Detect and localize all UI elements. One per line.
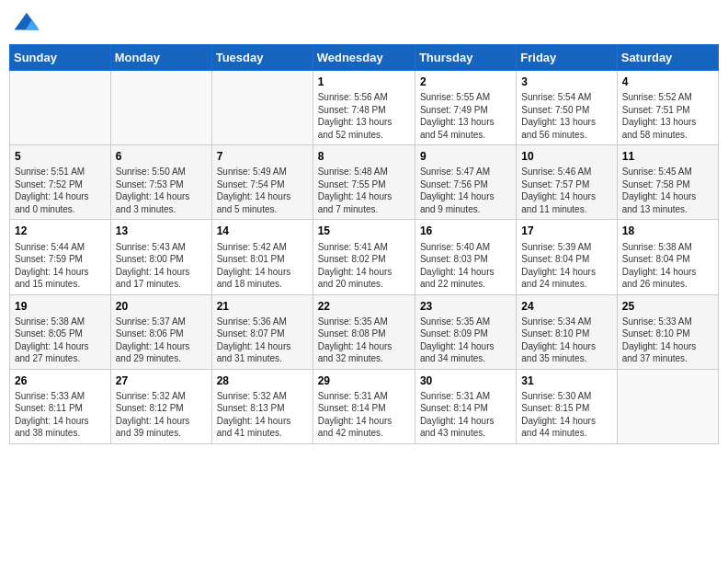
day-info-text: Daylight: 14 hours (15, 415, 106, 428)
calendar-day-cell: 1Sunrise: 5:56 AMSunset: 7:48 PMDaylight… (313, 71, 415, 145)
day-info-text: Sunset: 7:57 PM (521, 178, 611, 191)
day-info-text: Daylight: 14 hours (521, 415, 611, 428)
day-info-text: Daylight: 14 hours (217, 190, 308, 203)
weekday-header-monday: Monday (110, 45, 211, 71)
day-info-text: and 41 minutes. (217, 427, 308, 440)
day-info-text: Daylight: 14 hours (217, 340, 308, 353)
empty-day-cell (617, 369, 718, 443)
logo (13, 9, 44, 37)
day-number: 6 (116, 149, 207, 164)
day-info-text: Sunrise: 5:42 AM (217, 241, 308, 254)
day-info-text: Daylight: 14 hours (420, 190, 511, 203)
day-number: 31 (521, 373, 611, 388)
day-number: 14 (217, 224, 308, 238)
day-number: 30 (420, 373, 511, 388)
day-info-text: Sunset: 8:01 PM (217, 253, 308, 266)
day-info-text: Daylight: 14 hours (217, 415, 308, 428)
calendar-day-cell: 23Sunrise: 5:35 AMSunset: 8:09 PMDayligh… (415, 294, 516, 369)
day-info-text: Sunset: 8:12 PM (116, 402, 207, 415)
day-info-text: Sunrise: 5:34 AM (521, 316, 611, 328)
day-info-text: Sunset: 8:04 PM (521, 253, 611, 266)
day-info-text: Daylight: 14 hours (116, 266, 207, 279)
page-header (9, 9, 719, 37)
calendar-day-cell: 16Sunrise: 5:40 AMSunset: 8:03 PMDayligh… (415, 220, 516, 294)
day-info-text: Daylight: 14 hours (116, 190, 207, 203)
calendar-day-cell: 3Sunrise: 5:54 AMSunset: 7:50 PMDaylight… (517, 71, 617, 145)
day-info-text: Daylight: 14 hours (521, 266, 611, 279)
logo-icon (13, 9, 40, 37)
day-info-text: Sunrise: 5:38 AM (622, 241, 713, 254)
day-info-text: Sunset: 7:51 PM (622, 104, 713, 117)
day-info-text: Sunset: 8:06 PM (116, 327, 207, 340)
day-info-text: Sunrise: 5:49 AM (217, 166, 308, 178)
day-info-text: Daylight: 13 hours (420, 116, 511, 129)
day-info-text: Sunset: 7:48 PM (318, 104, 410, 117)
calendar-day-cell: 17Sunrise: 5:39 AMSunset: 8:04 PMDayligh… (517, 220, 617, 294)
calendar-day-cell: 26Sunrise: 5:33 AMSunset: 8:11 PMDayligh… (10, 369, 111, 443)
day-info-text: and 56 minutes. (521, 129, 611, 142)
day-number: 13 (116, 224, 207, 238)
day-number: 17 (521, 224, 611, 238)
day-info-text: Sunrise: 5:50 AM (116, 166, 207, 178)
day-info-text: Sunset: 8:00 PM (116, 253, 207, 266)
day-number: 11 (622, 149, 713, 164)
day-number: 1 (318, 75, 410, 89)
day-info-text: and 17 minutes. (116, 278, 207, 291)
calendar-day-cell: 19Sunrise: 5:38 AMSunset: 8:05 PMDayligh… (10, 294, 111, 369)
day-info-text: Sunrise: 5:39 AM (521, 241, 611, 254)
day-info-text: Daylight: 13 hours (521, 116, 611, 129)
day-info-text: and 0 minutes. (15, 203, 106, 216)
day-number: 5 (15, 149, 106, 164)
day-info-text: Sunrise: 5:51 AM (15, 166, 106, 178)
day-info-text: and 11 minutes. (521, 203, 611, 216)
day-info-text: Daylight: 14 hours (622, 266, 713, 279)
day-info-text: Sunrise: 5:44 AM (15, 241, 106, 254)
day-info-text: Sunset: 8:14 PM (318, 402, 410, 415)
day-info-text: and 54 minutes. (420, 129, 511, 142)
weekday-header-tuesday: Tuesday (211, 45, 313, 71)
day-number: 21 (217, 299, 308, 314)
day-number: 29 (318, 373, 410, 388)
day-number: 26 (15, 373, 106, 388)
day-info-text: Sunrise: 5:36 AM (217, 316, 308, 328)
calendar-day-cell: 4Sunrise: 5:52 AMSunset: 7:51 PMDaylight… (617, 71, 718, 145)
calendar-day-cell: 10Sunrise: 5:46 AMSunset: 7:57 PMDayligh… (517, 145, 617, 220)
day-info-text: Daylight: 14 hours (15, 190, 106, 203)
day-info-text: Sunrise: 5:54 AM (521, 91, 611, 104)
day-info-text: Daylight: 14 hours (318, 415, 410, 428)
day-info-text: and 34 minutes. (420, 352, 511, 365)
calendar-day-cell: 2Sunrise: 5:55 AMSunset: 7:49 PMDaylight… (415, 71, 516, 145)
calendar-table: SundayMondayTuesdayWednesdayThursdayFrid… (9, 44, 719, 444)
day-info-text: Daylight: 14 hours (318, 266, 410, 279)
calendar-day-cell: 20Sunrise: 5:37 AMSunset: 8:06 PMDayligh… (110, 294, 211, 369)
day-info-text: Sunrise: 5:43 AM (116, 241, 207, 254)
day-info-text: Sunset: 7:49 PM (420, 104, 511, 117)
day-info-text: Sunrise: 5:46 AM (521, 166, 611, 178)
day-info-text: and 31 minutes. (217, 352, 308, 365)
day-info-text: Sunset: 8:02 PM (318, 253, 410, 266)
day-info-text: Sunrise: 5:35 AM (420, 316, 511, 328)
calendar-day-cell: 8Sunrise: 5:48 AMSunset: 7:55 PMDaylight… (313, 145, 415, 220)
day-info-text: Sunrise: 5:52 AM (622, 91, 713, 104)
day-info-text: Sunrise: 5:35 AM (318, 316, 410, 328)
day-info-text: and 9 minutes. (420, 203, 511, 216)
calendar-week-row: 5Sunrise: 5:51 AMSunset: 7:52 PMDaylight… (10, 145, 719, 220)
calendar-day-cell: 27Sunrise: 5:32 AMSunset: 8:12 PMDayligh… (110, 369, 211, 443)
calendar-day-cell: 14Sunrise: 5:42 AMSunset: 8:01 PMDayligh… (211, 220, 313, 294)
day-number: 18 (622, 224, 713, 238)
weekday-header-wednesday: Wednesday (313, 45, 415, 71)
day-info-text: and 18 minutes. (217, 278, 308, 291)
day-info-text: Sunrise: 5:32 AM (116, 390, 207, 403)
calendar-day-cell: 15Sunrise: 5:41 AMSunset: 8:02 PMDayligh… (313, 220, 415, 294)
day-info-text: Sunrise: 5:37 AM (116, 316, 207, 328)
calendar-day-cell: 11Sunrise: 5:45 AMSunset: 7:58 PMDayligh… (617, 145, 718, 220)
day-info-text: and 5 minutes. (217, 203, 308, 216)
day-info-text: Sunset: 8:03 PM (420, 253, 511, 266)
day-info-text: Sunset: 8:10 PM (622, 327, 713, 340)
day-info-text: Sunset: 8:04 PM (622, 253, 713, 266)
day-number: 4 (622, 75, 713, 89)
calendar-day-cell: 24Sunrise: 5:34 AMSunset: 8:10 PMDayligh… (517, 294, 617, 369)
day-info-text: Sunrise: 5:31 AM (318, 390, 410, 403)
day-info-text: Daylight: 14 hours (15, 340, 106, 353)
day-info-text: and 43 minutes. (420, 427, 511, 440)
